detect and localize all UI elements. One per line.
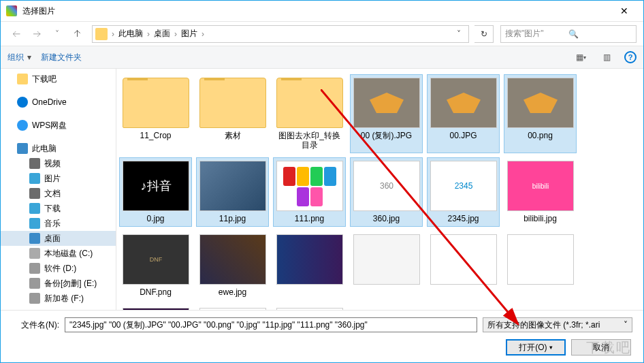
close-button[interactable]: ✕ [611, 1, 638, 21]
window-title: 选择图片 [22, 5, 611, 17]
preview-pane-toggle[interactable]: ▥ [598, 49, 615, 65]
image-icon [29, 173, 40, 184]
organize-menu[interactable]: 组织 ▾ [7, 52, 31, 63]
thumbnail [276, 234, 343, 285]
tree-onedrive[interactable]: OneDrive [1, 95, 116, 110]
new-folder-button[interactable]: 新建文件夹 [41, 52, 82, 63]
document-icon [29, 188, 40, 199]
file-item[interactable] [427, 231, 500, 300]
onedrive-icon [17, 97, 28, 108]
tree-desktop[interactable]: 桌面 [1, 231, 116, 246]
file-item[interactable]: 00 (复制).JPG [350, 74, 423, 153]
thumbnail: DNF [123, 234, 189, 285]
tree-pictures[interactable]: 图片 [1, 171, 116, 186]
tree-drive-d[interactable]: 软件 (D:) [1, 261, 116, 276]
file-name: ewe.jpg [199, 287, 265, 297]
file-name: 111.png [276, 214, 342, 223]
address-bar[interactable]: › 此电脑 › 桌面 › 图片 › ˅ [92, 25, 469, 43]
refresh-button[interactable]: ↻ [474, 25, 494, 43]
drive-icon [29, 248, 40, 259]
file-item[interactable]: 00.JPG [427, 74, 500, 153]
chevron-right-icon: › [112, 29, 114, 39]
file-name: 00.JPG [430, 131, 496, 140]
file-item[interactable]: 素材 [196, 74, 269, 153]
filename-input[interactable] [65, 317, 477, 332]
file-item[interactable]: DNFDNF.png [119, 231, 192, 300]
file-name: 11_Crop [123, 131, 189, 140]
file-list[interactable]: 11_Crop素材图图去水印_转换目录00 (复制).JPG00.JPG00.p… [116, 69, 643, 310]
view-options[interactable]: ▦ ▾ [573, 49, 589, 65]
thumbnail [430, 234, 497, 285]
cancel-button[interactable]: 取消 [571, 339, 631, 356]
thumbnail [353, 234, 420, 285]
split-dropdown-icon: ▾ [549, 344, 553, 351]
file-item[interactable]: 111.png [273, 157, 346, 227]
tree-videos[interactable]: 视频 [1, 156, 116, 171]
thumbnail: 360 [353, 161, 420, 211]
tree-drive-e[interactable]: 备份[勿删] (E:) [1, 276, 116, 291]
thumbnail [199, 78, 266, 128]
tree-download-site[interactable]: 下载吧 [1, 72, 116, 86]
chevron-right-icon: › [174, 29, 177, 39]
file-item[interactable]: ♪抖音0.jpg [119, 157, 192, 227]
thumbnail [507, 234, 574, 285]
file-name: 00 (复制).JPG [353, 131, 419, 140]
open-button[interactable]: 打开(O) ▾ [506, 339, 566, 356]
crumb-desktop[interactable]: 桌面 [151, 27, 173, 41]
tree-downloads[interactable]: 下载 [1, 201, 116, 216]
music-icon [29, 218, 40, 229]
file-item[interactable]: 11_Crop [119, 74, 192, 153]
thumbnail [199, 161, 266, 211]
tree-music[interactable]: 音乐 [1, 216, 116, 231]
file-item[interactable] [119, 304, 192, 310]
file-item[interactable]: 图图去水印_转换目录 [273, 74, 346, 153]
drive-icon [29, 293, 40, 304]
tree-this-pc[interactable]: 此电脑 [1, 141, 116, 156]
thumbnail: ♪抖音 [123, 161, 189, 211]
thumbnail [276, 78, 343, 128]
nav-back[interactable]: 🡠 [7, 25, 25, 43]
thumbnail: 🐧QQ [276, 308, 343, 310]
video-icon [29, 158, 40, 169]
file-item[interactable]: 00.png [504, 74, 577, 153]
file-item[interactable] [504, 231, 577, 300]
thumbnail: 🐧QQ [199, 308, 266, 310]
file-item[interactable] [350, 231, 423, 300]
tree-drive-f[interactable]: 新加卷 (F:) [1, 291, 116, 306]
cloud-icon [17, 120, 28, 131]
nav-up[interactable]: 🡡 [69, 25, 86, 43]
file-name: 11p.jpg [199, 214, 265, 223]
tree-documents[interactable]: 文档 [1, 186, 116, 201]
file-item[interactable]: bilibilibilibili.jpg [504, 157, 577, 227]
file-item[interactable]: 🐧QQ [273, 304, 346, 310]
help-button[interactable]: ? [624, 51, 637, 63]
crumb-pc[interactable]: 此电脑 [116, 27, 146, 41]
chevron-right-icon: › [147, 29, 150, 39]
nav-recent-dropdown[interactable]: ˅ [48, 25, 66, 43]
file-name: 素材 [199, 131, 265, 140]
file-item[interactable]: 23452345.jpg [427, 157, 500, 227]
file-item[interactable] [273, 231, 346, 300]
thumbnail: bilibili [507, 161, 574, 211]
tree-drive-c[interactable]: 本地磁盘 (C:) [1, 246, 116, 261]
tree-wps[interactable]: WPS网盘 [1, 118, 116, 133]
folder-icon [95, 28, 108, 40]
app-icon [6, 5, 17, 16]
thumbnail [276, 161, 343, 211]
search-placeholder: 搜索"图片" [505, 28, 568, 40]
file-name: bilibili.jpg [507, 214, 573, 223]
download-icon [29, 203, 40, 214]
thumbnail [353, 78, 420, 128]
file-item[interactable]: 🐧QQ [196, 304, 269, 310]
filetype-select[interactable]: 所有支持的图像文件 (*.3fr; *.ari˅ [483, 317, 632, 332]
file-item[interactable]: 360360.jpg [350, 157, 423, 227]
file-item[interactable]: ewe.jpg [196, 231, 269, 300]
crumb-images[interactable]: 图片 [178, 27, 200, 41]
address-dropdown[interactable]: ˅ [452, 29, 466, 39]
file-name: 图图去水印_转换目录 [276, 131, 342, 150]
search-input[interactable]: 搜索"图片" 🔍 [500, 25, 637, 43]
thumbnail [430, 78, 497, 128]
file-item[interactable]: 11p.jpg [196, 157, 269, 227]
search-icon: 🔍 [568, 29, 632, 39]
file-name: 00.png [507, 131, 573, 140]
